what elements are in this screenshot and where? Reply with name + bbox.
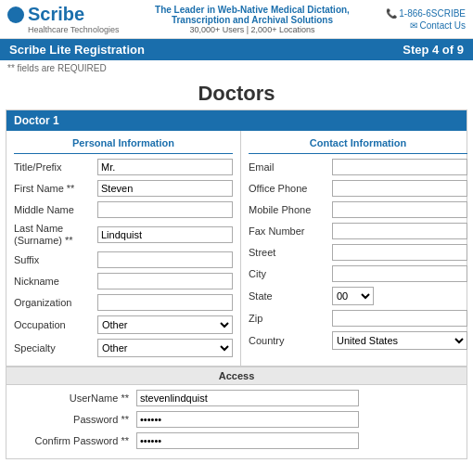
contact-info-col: Contact Information Email Office Phone M… — [241, 131, 473, 366]
phone-link[interactable]: 📞 1-866-6SCRIBE — [386, 8, 466, 19]
doctor-header: Doctor 1 — [6, 110, 467, 131]
suffix-label: Suffix — [14, 254, 97, 265]
suffix-input[interactable] — [97, 251, 233, 268]
middle-name-row: Middle Name — [14, 201, 233, 218]
email-input[interactable] — [332, 159, 467, 175]
state-row: State 00 AL CA NY TX — [249, 287, 467, 305]
street-row: Street — [249, 244, 467, 261]
reg-title: Scribe Lite Registration — [9, 43, 145, 57]
last-name-label: Last Name (Surname) ** — [14, 223, 97, 247]
organization-label: Organization — [14, 297, 97, 308]
email-label: Email — [249, 161, 332, 173]
access-section: Access UserName ** Password ** Confirm P… — [6, 367, 467, 459]
password-row: Password ** — [25, 411, 448, 428]
contact-info-header: Contact Information — [249, 135, 467, 154]
first-name-input[interactable] — [97, 180, 233, 197]
last-name-row: Last Name (Surname) ** — [14, 223, 233, 247]
username-label: UserName ** — [25, 392, 136, 404]
username-row: UserName ** — [25, 390, 448, 406]
middle-name-label: Middle Name — [14, 204, 97, 215]
zip-input[interactable] — [332, 310, 467, 327]
city-input[interactable] — [332, 265, 467, 282]
header-center: The Leader in Web-Native Medical Dictati… — [119, 5, 385, 34]
state-label: State — [249, 290, 332, 302]
occupation-label: Occupation — [14, 319, 97, 330]
first-name-label: First Name ** — [14, 183, 97, 194]
subline: 30,000+ Users | 2,000+ Locations — [128, 25, 376, 34]
state-select[interactable]: 00 AL CA NY TX — [332, 287, 374, 305]
page-title: Doctors — [0, 76, 473, 109]
username-input[interactable] — [136, 390, 359, 406]
contact-link[interactable]: ✉ Contact Us — [410, 20, 466, 31]
logo: Scribe — [7, 4, 119, 25]
zip-row: Zip — [249, 310, 467, 327]
zip-label: Zip — [249, 313, 332, 324]
title-prefix-row: Title/Prefix — [14, 159, 233, 175]
city-label: City — [249, 268, 332, 279]
logo-area: Scribe Healthcare Technologies — [7, 4, 119, 34]
title-prefix-input[interactable] — [97, 159, 233, 175]
logo-subtitle: Healthcare Technologies — [28, 25, 119, 34]
nickname-label: Nickname — [14, 276, 97, 287]
title-prefix-label: Title/Prefix — [14, 161, 97, 173]
mobile-phone-label: Mobile Phone — [249, 204, 332, 215]
office-phone-input[interactable] — [332, 180, 467, 197]
first-name-row: First Name ** — [14, 180, 233, 197]
office-phone-label: Office Phone — [249, 183, 332, 194]
specialty-label: Specialty — [14, 342, 97, 354]
organization-input[interactable] — [97, 294, 233, 311]
mobile-phone-row: Mobile Phone — [249, 201, 467, 218]
fax-number-label: Fax Number — [249, 225, 332, 237]
email-row: Email — [249, 159, 467, 175]
last-name-input[interactable] — [97, 226, 233, 243]
middle-name-input[interactable] — [97, 201, 233, 218]
organization-row: Organization — [14, 294, 233, 311]
password-input[interactable] — [136, 411, 359, 428]
required-note: ** fields are REQUIRED — [0, 60, 473, 76]
nickname-input[interactable] — [97, 273, 233, 289]
country-select[interactable]: United States Canada United Kingdom — [332, 331, 467, 350]
reg-bar: Scribe Lite Registration Step 4 of 9 — [0, 39, 473, 60]
city-row: City — [249, 265, 467, 282]
access-rows: UserName ** Password ** Confirm Password… — [6, 385, 467, 458]
personal-info-header: Personal Information — [14, 135, 233, 154]
fax-number-input[interactable] — [332, 223, 467, 239]
country-label: Country — [249, 335, 332, 346]
header-right: 📞 1-866-6SCRIBE ✉ Contact Us — [386, 8, 466, 31]
tagline: The Leader in Web-Native Medical Dictati… — [128, 5, 376, 25]
personal-info-col: Personal Information Title/Prefix First … — [6, 131, 241, 366]
specialty-select[interactable]: Other Cardiology Neurology Pediatrics — [97, 339, 233, 357]
occupation-select[interactable]: Other Doctor Nurse Admin — [97, 315, 233, 334]
confirm-password-input[interactable] — [136, 432, 359, 449]
logo-globe-icon — [7, 6, 24, 23]
nickname-row: Nickname — [14, 273, 233, 289]
confirm-password-row: Confirm Password ** — [25, 432, 448, 449]
confirm-password-label: Confirm Password ** — [25, 435, 136, 446]
access-header: Access — [6, 367, 467, 385]
password-label: Password ** — [25, 414, 136, 425]
suffix-row: Suffix — [14, 251, 233, 268]
mobile-phone-input[interactable] — [332, 201, 467, 218]
occupation-row: Occupation Other Doctor Nurse Admin — [14, 315, 233, 334]
logo-text: Scribe — [28, 4, 84, 25]
street-input[interactable] — [332, 244, 467, 261]
doctor-section: Doctor 1 Personal Information Title/Pref… — [6, 109, 467, 367]
fax-number-row: Fax Number — [249, 223, 467, 239]
country-row: Country United States Canada United King… — [249, 331, 467, 350]
top-header: Scribe Healthcare Technologies The Leade… — [0, 0, 473, 39]
office-phone-row: Office Phone — [249, 180, 467, 197]
reg-step: Step 4 of 9 — [403, 43, 464, 57]
street-label: Street — [249, 247, 332, 258]
two-columns: Personal Information Title/Prefix First … — [6, 131, 467, 366]
specialty-row: Specialty Other Cardiology Neurology Ped… — [14, 339, 233, 357]
